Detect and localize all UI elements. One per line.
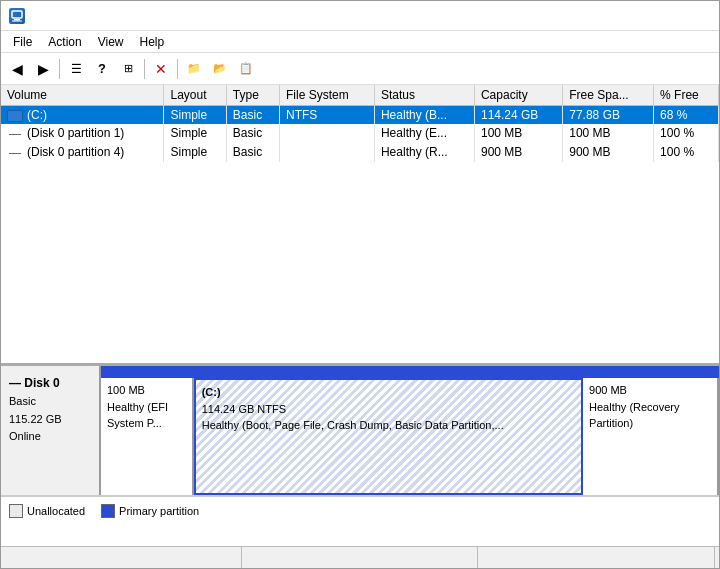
svg-rect-0 (12, 11, 22, 18)
table-header-row: Volume Layout Type File System Status Ca… (1, 85, 719, 106)
copy-button[interactable]: 📋 (234, 57, 258, 81)
window-controls (569, 1, 711, 31)
legend-unallocated-box (9, 504, 23, 518)
cell-volume: —(Disk 0 partition 1) (1, 124, 164, 143)
cell-filesystem (279, 124, 374, 143)
properties-button[interactable]: ☰ (64, 57, 88, 81)
partition-efi-desc: Healthy (EFI System P... (107, 399, 186, 432)
partition-main-label: (C:) (202, 384, 575, 401)
col-header-filesystem: File System (279, 85, 374, 106)
cell-filesystem: NTFS (279, 106, 374, 125)
menu-bar: File Action View Help (1, 31, 719, 53)
partition-efi[interactable]: 100 MB Healthy (EFI System P... (101, 378, 194, 495)
new-volume-button[interactable]: 📁 (182, 57, 206, 81)
cell-volume: —(Disk 0 partition 4) (1, 143, 164, 162)
partition-main-size: 114.24 GB NTFS (202, 401, 575, 418)
cell-freespace: 77.88 GB (563, 106, 654, 125)
menu-action[interactable]: Action (40, 33, 89, 51)
partition-recovery-size: 900 MB (589, 382, 711, 399)
help-button[interactable]: ? (90, 57, 114, 81)
disk-0-name: — Disk 0 (9, 374, 91, 393)
forward-button[interactable]: ▶ (31, 57, 55, 81)
status-pane-2 (242, 547, 479, 568)
cell-filesystem (279, 143, 374, 162)
disk-0-size: 115.22 GB (9, 411, 91, 429)
disk-0-label: — Disk 0 Basic 115.22 GB Online (1, 366, 101, 495)
disk-0-bar (101, 366, 719, 378)
cell-percentfree: 68 % (654, 106, 719, 125)
col-header-volume: Volume (1, 85, 164, 106)
cell-status: Healthy (R... (374, 143, 474, 162)
menu-help[interactable]: Help (132, 33, 173, 51)
cell-layout: Simple (164, 143, 226, 162)
status-pane-1 (5, 547, 242, 568)
close-button[interactable] (665, 1, 711, 31)
cell-type: Basic (226, 124, 279, 143)
menu-view[interactable]: View (90, 33, 132, 51)
table-row[interactable]: —(Disk 0 partition 1) Simple Basic Healt… (1, 124, 719, 143)
minimize-button[interactable] (569, 1, 615, 31)
cell-layout: Simple (164, 124, 226, 143)
back-button[interactable]: ◀ (5, 57, 29, 81)
cell-percentfree: 100 % (654, 143, 719, 162)
col-header-layout: Layout (164, 85, 226, 106)
cell-capacity: 900 MB (474, 143, 562, 162)
cell-freespace: 900 MB (563, 143, 654, 162)
table-row[interactable]: —(Disk 0 partition 4) Simple Basic Healt… (1, 143, 719, 162)
svg-rect-1 (14, 19, 20, 21)
map-button[interactable]: ⊞ (116, 57, 140, 81)
legend-primary-box (101, 504, 115, 518)
col-header-percentfree: % Free (654, 85, 719, 106)
main-content: Volume Layout Type File System Status Ca… (1, 85, 719, 546)
table-row[interactable]: (C:) Simple Basic NTFS Healthy (B... 114… (1, 106, 719, 125)
maximize-button[interactable] (617, 1, 663, 31)
disk-area: — Disk 0 Basic 115.22 GB Online 100 MB H… (1, 366, 719, 546)
drive-icon (7, 110, 23, 122)
cell-type: Basic (226, 143, 279, 162)
partition-main-desc: Healthy (Boot, Page File, Crash Dump, Ba… (202, 417, 575, 434)
app-icon (9, 8, 25, 24)
status-pane-3 (478, 547, 715, 568)
cell-percentfree: 100 % (654, 124, 719, 143)
col-header-type: Type (226, 85, 279, 106)
dash-icon: — (7, 127, 23, 141)
legend-unallocated: Unallocated (9, 504, 85, 518)
disk-0-partitions: 100 MB Healthy (EFI System P... (C:) 114… (101, 366, 719, 495)
volume-table-area: Volume Layout Type File System Status Ca… (1, 85, 719, 366)
menu-file[interactable]: File (5, 33, 40, 51)
format-button[interactable]: 📂 (208, 57, 232, 81)
col-header-capacity: Capacity (474, 85, 562, 106)
partition-recovery-desc: Healthy (Recovery Partition) (589, 399, 711, 432)
legend-bar: Unallocated Primary partition (1, 496, 719, 524)
cell-status: Healthy (B... (374, 106, 474, 125)
cell-volume: (C:) (1, 106, 164, 125)
main-window: File Action View Help ◀ ▶ ☰ ? ⊞ ✕ 📁 📂 📋 … (0, 0, 720, 569)
toolbar-separator-2 (144, 59, 145, 79)
col-header-status: Status (374, 85, 474, 106)
cell-status: Healthy (E... (374, 124, 474, 143)
partition-efi-size: 100 MB (107, 382, 186, 399)
legend-primary-label: Primary partition (119, 505, 199, 517)
delete-button[interactable]: ✕ (149, 57, 173, 81)
volume-table: Volume Layout Type File System Status Ca… (1, 85, 719, 162)
partitions-row: 100 MB Healthy (EFI System P... (C:) 114… (101, 378, 719, 495)
svg-rect-2 (12, 20, 22, 21)
disk-0-row: — Disk 0 Basic 115.22 GB Online 100 MB H… (1, 366, 719, 496)
partition-recovery[interactable]: 900 MB Healthy (Recovery Partition) (583, 378, 719, 495)
cell-type: Basic (226, 106, 279, 125)
toolbar-separator-3 (177, 59, 178, 79)
cell-capacity: 100 MB (474, 124, 562, 143)
partition-main[interactable]: (C:) 114.24 GB NTFS Healthy (Boot, Page … (194, 378, 583, 495)
cell-freespace: 100 MB (563, 124, 654, 143)
col-header-freespace: Free Spa... (563, 85, 654, 106)
cell-capacity: 114.24 GB (474, 106, 562, 125)
disk-0-type: Basic (9, 393, 91, 411)
dash-icon: — (7, 146, 23, 160)
toolbar-separator-1 (59, 59, 60, 79)
cell-layout: Simple (164, 106, 226, 125)
disk-0-status: Online (9, 428, 91, 446)
legend-unallocated-label: Unallocated (27, 505, 85, 517)
status-bar (1, 546, 719, 568)
title-bar (1, 1, 719, 31)
toolbar: ◀ ▶ ☰ ? ⊞ ✕ 📁 📂 📋 (1, 53, 719, 85)
